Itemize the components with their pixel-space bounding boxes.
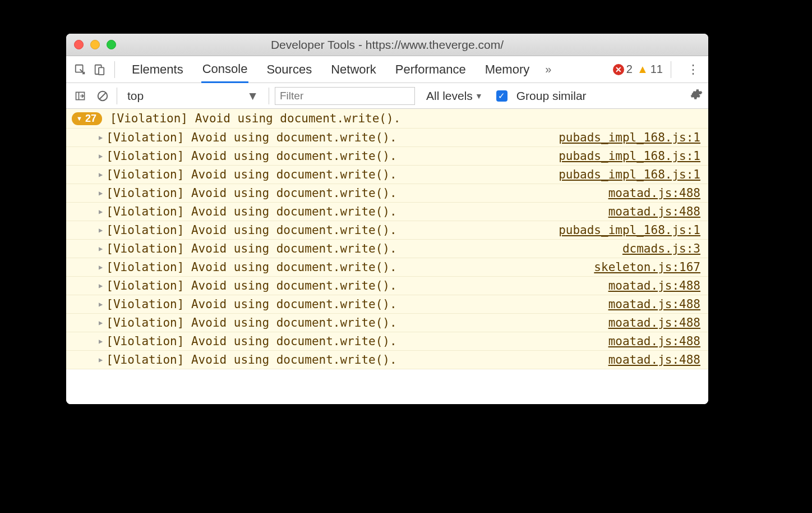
status-area: ✕ 2 ▲ 11 ⋮	[613, 61, 704, 78]
source-link[interactable]: moatad.js:488	[608, 279, 700, 292]
source-link[interactable]: moatad.js:488	[608, 316, 700, 329]
console-message-row[interactable]: ▶[Violation] Avoid using document.write(…	[66, 184, 708, 203]
console-output: 27 [Violation] Avoid using document.writ…	[66, 109, 708, 404]
expand-icon[interactable]: ▶	[99, 300, 103, 308]
group-message: [Violation] Avoid using document.write()…	[110, 112, 400, 125]
minimize-button[interactable]	[90, 40, 100, 49]
message-text: [Violation] Avoid using document.write()…	[106, 131, 396, 144]
divider	[117, 88, 117, 104]
warning-count[interactable]: ▲ 11	[637, 63, 663, 76]
expand-icon[interactable]: ▶	[99, 319, 103, 327]
source-link[interactable]: pubads_impl_168.js:1	[559, 149, 700, 163]
message-text: [Violation] Avoid using document.write()…	[106, 353, 396, 367]
tab-network[interactable]: Network	[330, 57, 377, 82]
console-message-row[interactable]: ▶[Violation] Avoid using document.write(…	[66, 147, 708, 166]
clear-console-icon[interactable]	[94, 90, 111, 102]
chevron-down-icon: ▼	[247, 89, 259, 103]
source-link[interactable]: pubads_impl_168.js:1	[559, 131, 700, 144]
console-message-row[interactable]: ▶[Violation] Avoid using document.write(…	[66, 129, 708, 147]
violation-group-header[interactable]: 27 [Violation] Avoid using document.writ…	[66, 109, 708, 129]
divider	[671, 61, 671, 78]
error-icon: ✕	[613, 64, 624, 75]
console-message-row[interactable]: ▶[Violation] Avoid using document.write(…	[66, 277, 708, 295]
titlebar: Developer Tools - https://www.theverge.c…	[66, 34, 708, 56]
filter-input[interactable]	[275, 87, 415, 105]
source-link[interactable]: moatad.js:488	[608, 335, 700, 348]
console-message-row[interactable]: ▶[Violation] Avoid using document.write(…	[66, 295, 708, 314]
source-link[interactable]: pubads_impl_168.js:1	[559, 168, 700, 181]
console-toolbar: top ▼ All levels ▼ ✓ Group similar	[66, 83, 708, 109]
expand-icon[interactable]: ▶	[99, 356, 103, 364]
message-text: [Violation] Avoid using document.write()…	[106, 223, 396, 237]
expand-icon[interactable]: ▶	[99, 189, 103, 197]
zoom-button[interactable]	[107, 40, 116, 49]
source-link[interactable]: skeleton.js:167	[594, 260, 700, 274]
device-toolbar-icon[interactable]	[90, 63, 109, 76]
tab-memory[interactable]: Memory	[484, 57, 530, 82]
more-tabs-icon[interactable]: »	[545, 63, 551, 76]
source-link[interactable]: moatad.js:488	[608, 297, 700, 311]
devtools-window: Developer Tools - https://www.theverge.c…	[66, 34, 708, 404]
warning-count-value: 11	[650, 63, 663, 76]
group-similar-checkbox[interactable]: ✓	[496, 90, 507, 102]
tab-elements[interactable]: Elements	[131, 57, 184, 82]
console-message-row[interactable]: ▶[Violation] Avoid using document.write(…	[66, 240, 708, 258]
console-message-row[interactable]: ▶[Violation] Avoid using document.write(…	[66, 203, 708, 221]
console-message-row[interactable]: ▶[Violation] Avoid using document.write(…	[66, 166, 708, 184]
warning-icon: ▲	[637, 63, 648, 76]
source-link[interactable]: moatad.js:488	[608, 186, 700, 200]
console-message-row[interactable]: ▶[Violation] Avoid using document.write(…	[66, 332, 708, 351]
devtools-tabs: Elements Console Sources Network Perform…	[66, 56, 708, 83]
console-message-row[interactable]: ▶[Violation] Avoid using document.write(…	[66, 258, 708, 277]
expand-icon[interactable]: ▶	[99, 337, 103, 345]
expand-icon[interactable]: ▶	[99, 263, 103, 271]
tab-performance[interactable]: Performance	[394, 57, 467, 82]
message-text: [Violation] Avoid using document.write()…	[106, 316, 396, 329]
expand-icon[interactable]: ▶	[99, 134, 103, 141]
source-link[interactable]: pubads_impl_168.js:1	[559, 223, 700, 237]
context-selector[interactable]: top ▼	[123, 88, 263, 104]
tab-sources[interactable]: Sources	[265, 57, 313, 82]
menu-icon[interactable]: ⋮	[687, 62, 699, 77]
error-count-value: 2	[626, 63, 633, 76]
message-text: [Violation] Avoid using document.write()…	[106, 297, 396, 311]
source-link[interactable]: dcmads.js:3	[622, 242, 700, 255]
window-title: Developer Tools - https://www.theverge.c…	[66, 38, 708, 52]
divider	[269, 88, 269, 104]
expand-icon[interactable]: ▶	[99, 152, 103, 160]
source-link[interactable]: moatad.js:488	[608, 353, 700, 367]
message-text: [Violation] Avoid using document.write()…	[106, 260, 396, 274]
message-text: [Violation] Avoid using document.write()…	[106, 279, 396, 292]
message-text: [Violation] Avoid using document.write()…	[106, 335, 396, 348]
svg-rect-2	[99, 67, 104, 75]
tab-list: Elements Console Sources Network Perform…	[131, 56, 530, 83]
expand-icon[interactable]: ▶	[99, 245, 103, 253]
log-levels-selector[interactable]: All levels ▼	[426, 89, 483, 103]
expand-icon[interactable]: ▶	[99, 171, 103, 178]
traffic-lights	[66, 40, 116, 49]
context-value: top	[127, 89, 144, 103]
console-message-row[interactable]: ▶[Violation] Avoid using document.write(…	[66, 314, 708, 332]
chevron-down-icon: ▼	[475, 91, 483, 100]
error-count[interactable]: ✕ 2	[613, 63, 633, 76]
source-link[interactable]: moatad.js:488	[608, 205, 700, 218]
settings-icon[interactable]	[689, 88, 703, 104]
message-text: [Violation] Avoid using document.write()…	[106, 149, 396, 163]
levels-label: All levels	[426, 89, 473, 103]
console-message-row[interactable]: ▶[Violation] Avoid using document.write(…	[66, 221, 708, 240]
divider	[114, 61, 115, 78]
group-count-badge: 27	[72, 112, 102, 125]
expand-icon[interactable]: ▶	[99, 282, 103, 290]
expand-icon[interactable]: ▶	[99, 226, 103, 234]
tab-console[interactable]: Console	[201, 56, 249, 83]
close-button[interactable]	[74, 40, 84, 49]
message-text: [Violation] Avoid using document.write()…	[106, 242, 396, 255]
message-text: [Violation] Avoid using document.write()…	[106, 186, 396, 200]
inspect-element-icon[interactable]	[71, 63, 90, 76]
expand-icon[interactable]: ▶	[99, 208, 103, 216]
message-text: [Violation] Avoid using document.write()…	[106, 205, 396, 218]
message-text: [Violation] Avoid using document.write()…	[106, 168, 396, 181]
group-similar-label: Group similar	[516, 89, 587, 103]
console-message-row[interactable]: ▶[Violation] Avoid using document.write(…	[66, 351, 708, 369]
toggle-sidebar-icon[interactable]	[72, 90, 89, 102]
